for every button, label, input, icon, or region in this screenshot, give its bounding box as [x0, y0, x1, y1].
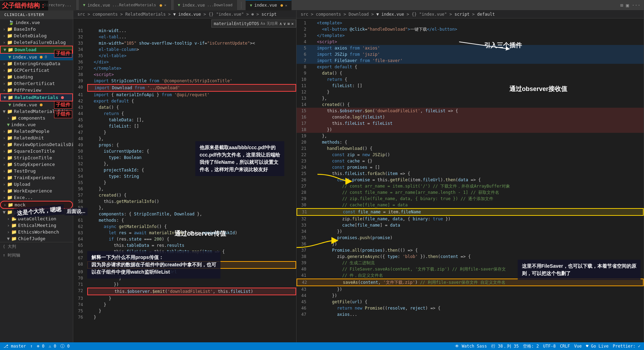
- left-code-container[interactable]: 31 min-widt... 32 <el-tabl... 33 min-wid…: [73, 18, 296, 342]
- arrow-icon: ›: [3, 195, 6, 200]
- sidebar-item-loading[interactable]: › 📁 Loading: [0, 74, 73, 80]
- sidebar-item-relatedmaterials-index[interactable]: ▼ index.vue: [0, 101, 73, 108]
- sidebar-item-download[interactable]: ▼ 📁 Download: [0, 46, 73, 54]
- arrow-icon: ›: [3, 26, 6, 32]
- sidebar-item-rme-index[interactable]: ▼ index.vue: [0, 121, 73, 128]
- sidebar-item-reviewoptions[interactable]: › 📁 ReviewOptionsDetailsDi...: [0, 141, 73, 148]
- change-count: 0: [45, 55, 47, 59]
- search-down-btn[interactable]: ∨: [283, 21, 286, 26]
- layout-icon[interactable]: ▣: [626, 2, 629, 8]
- sidebar-item-pages[interactable]: ▼ 📁 pages: [0, 209, 73, 215]
- footer-item-master: ⟨ 大判: [3, 244, 16, 250]
- r-line-31: 31 const file_name = item.fileName: [297, 208, 644, 216]
- sidebar-item-mock[interactable]: › 📁 mock: [0, 201, 73, 209]
- sidebar-item-datacollection[interactable]: › 📁 DataCollection: [0, 215, 73, 222]
- vue-icon-2: ▼: [83, 3, 85, 7]
- sidebar-item-upload[interactable]: › 📁 Upload: [0, 181, 73, 188]
- split-editor-icon[interactable]: ⊞: [620, 2, 623, 8]
- sidebar-item-deletefailuredialog[interactable]: › 📁 DeleteFailureDialog: [0, 39, 73, 46]
- tab-2[interactable]: ▼ index.vue ...RelatedMaterials ● ✕: [79, 0, 171, 10]
- r-line-11: 11 fileList: []: [297, 83, 644, 89]
- sidebar-item-relatedpeople[interactable]: › 📁 RelatedPeople: [0, 128, 73, 135]
- r-line-5: 5 import axios from 'axios': [297, 45, 644, 51]
- sidebar-item-components[interactable]: › 📁 components: [0, 115, 73, 121]
- arrow-icon: ▼: [3, 95, 6, 100]
- code-line-75: 75 }: [73, 308, 296, 314]
- search-bar[interactable]: materialEntityDTOS Aa 无结果 ∧ ∨ ≡ ✕: [211, 20, 296, 28]
- code-line-54: 54 type: String: [73, 173, 296, 180]
- info-count: ⓘ 0: [60, 343, 69, 349]
- item-label: EthicsWorkbench: [18, 229, 59, 235]
- r-line-15: 15 this.$observer.$on('downloadFileList'…: [297, 108, 644, 114]
- main-layout: CLINICAL-SYSTEM 🍃 index.vue › 📁 BaseInfo…: [0, 10, 644, 342]
- go-live[interactable]: ♥ Go Live: [586, 344, 608, 349]
- folder-icon: 📁: [7, 210, 13, 215]
- arrow-icon: ›: [3, 149, 6, 154]
- code-line-62: 62 async getMaterialInfo() {: [73, 223, 296, 230]
- search-close-btn[interactable]: ✕: [291, 21, 294, 26]
- search-menu-btn[interactable]: ≡: [287, 21, 290, 26]
- tab-4-label: index.vue: [254, 3, 277, 8]
- code-line-49: 49 props: {: [73, 142, 296, 148]
- code-line-33: 33 min-width="105" show-overflow-tooltip…: [73, 40, 296, 46]
- code-line-64: 64 if (res.state === 200) {: [73, 236, 296, 242]
- tab-2-path: ...RelatedMaterials: [112, 3, 156, 7]
- item-label: Loading: [14, 74, 33, 79]
- tab-1[interactable]: ▼ index.vue ...Directory...: [3, 0, 76, 10]
- search-up-btn[interactable]: ∧: [279, 21, 282, 26]
- sidebar-item-pdfpreview[interactable]: › 📁 PdfPreview: [0, 87, 73, 93]
- sidebar-item-othercertificat[interactable]: › 📁 OtherCertificat: [0, 80, 73, 87]
- sidebar-item-gcpcertificat[interactable]: › 📁 GCPCertificat: [0, 67, 73, 74]
- errors-count: ⊗ 0: [37, 344, 45, 349]
- r-line-19: 19 },: [297, 133, 644, 139]
- right-code-container[interactable]: 1 <template> 2 <el-button @click="handle…: [297, 18, 644, 342]
- code-line-60: 60 components: { StripIconTitle, Downloa…: [73, 211, 296, 217]
- code-line-52: 52 },: [73, 161, 296, 167]
- sidebar-item-trainexperience[interactable]: › 📁 TrainExperience: [0, 174, 73, 181]
- sidebar-item-ethicsworkbench[interactable]: › 📁 EthicsWorkbench: [0, 229, 73, 235]
- item-label: RelatedUnit: [14, 135, 44, 140]
- sidebar-item-index-vue[interactable]: 🍃 index.vue: [0, 19, 73, 26]
- sidebar-item-baseinfo[interactable]: › 📁 BaseInfo: [0, 26, 73, 32]
- item-label: BaseInfo: [14, 26, 36, 32]
- sidebar-item-relatedmaterials[interactable]: ▼ 📁 RelatedMaterials: [0, 93, 73, 101]
- tab-4[interactable]: ▼ index.vue ● ✕: [246, 0, 292, 10]
- code-line-59: 59 },: [73, 205, 296, 211]
- code-line-57: 57 created() {: [73, 192, 296, 198]
- sidebar-item-relatedmaterialsedit[interactable]: ▼ 📁 RelatedMaterialsEdit: [0, 108, 73, 115]
- sidebar-item-enteringgroupdata[interactable]: › 📁 EnteringGroupData: [0, 60, 73, 67]
- more-icon[interactable]: ···: [632, 2, 641, 8]
- sidebar-item-chiefjudge[interactable]: ▼ 📁 ChiefJudge: [0, 235, 73, 242]
- status-bar: ⎇ master ↑ ⊗ 0 ⚠ 0 ⓘ 0 👁 Watch Sass 行 38…: [0, 342, 644, 350]
- folder-icon: 📁: [7, 129, 13, 134]
- watch-sass: 👁 Watch Sass: [455, 344, 487, 349]
- r-line-7: 7 import FileSaver from 'file-saver': [297, 58, 644, 64]
- item-label: WorkExperience: [14, 188, 52, 193]
- sidebar-item-relatedunit[interactable]: › 📁 RelatedUnit: [0, 135, 73, 141]
- arrow-icon: ›: [3, 88, 6, 93]
- sidebar-footer2: ↑ 时间轴: [0, 251, 73, 260]
- sidebar-item-studyexperience[interactable]: › 📁 StudyExperience: [0, 161, 73, 168]
- sidebar-item-workexperience[interactable]: › 📁 WorkExperience: [0, 188, 73, 194]
- sidebar-item-squareicontitle[interactable]: › 📁 SquareIconTitle: [0, 148, 73, 154]
- sidebar: CLINICAL-SYSTEM 🍃 index.vue › 📁 BaseInfo…: [0, 10, 73, 342]
- r-line-23: 23 const cache = {}: [297, 158, 644, 164]
- r-line-14: 14 created() {: [297, 101, 644, 108]
- tab-3[interactable]: ▼ index.vue ...Download: [174, 0, 237, 10]
- sidebar-item-exce[interactable]: › 📁 Exce...: [0, 194, 73, 201]
- sidebar-item-stripicontitle[interactable]: › 📁 StripIconTitle: [0, 154, 73, 161]
- tab-2-close[interactable]: ✕: [164, 3, 166, 7]
- arrow-icon: ›: [3, 68, 6, 73]
- editors-container: src > components > RelatedMaterials > ▼ …: [73, 10, 644, 342]
- sidebar-item-ethicalmeeting[interactable]: › 📁 EthicalMeeting: [0, 222, 73, 229]
- item-label: ReviewOptionsDetailsDi...: [14, 142, 73, 147]
- vue-icon-3: ▼: [178, 3, 180, 7]
- folder-icon: 📁: [7, 68, 13, 73]
- sidebar-item-deletedialog[interactable]: › 📁 DeleteDialog: [0, 32, 73, 39]
- arrow-icon: ›: [3, 162, 6, 167]
- sidebar-item-download-index[interactable]: ▼ index.vue 0: [0, 54, 73, 60]
- sidebar-item-testdrug[interactable]: › 📁 TestDrug: [0, 168, 73, 174]
- code-line-43: 43 data() {: [73, 104, 296, 111]
- tab-4-close[interactable]: ✕: [285, 3, 287, 7]
- folder-icon: 📁: [7, 81, 13, 86]
